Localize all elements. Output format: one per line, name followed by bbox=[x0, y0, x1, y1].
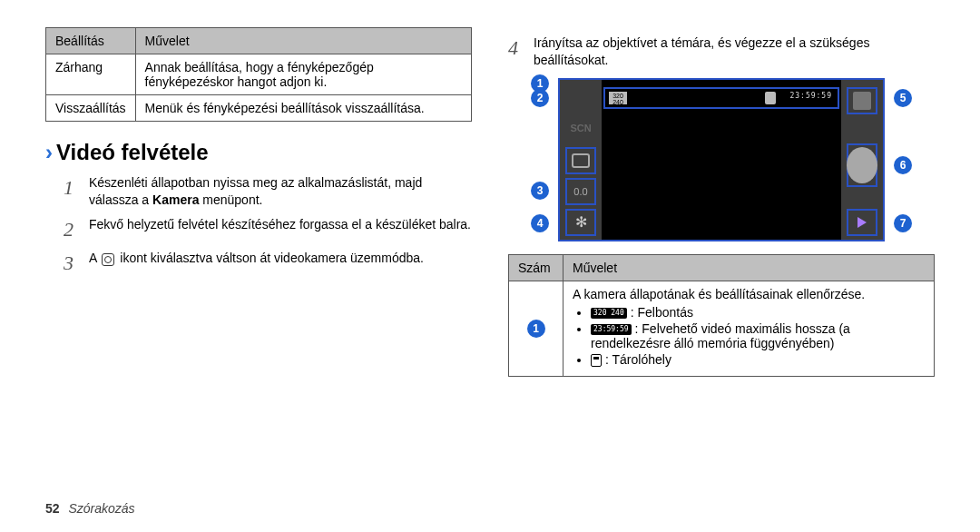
camera-switch-icon bbox=[102, 253, 114, 266]
settings-table: Beállítás Művelet Zárhang Annak beállítá… bbox=[45, 27, 472, 122]
storage-icon bbox=[765, 92, 776, 104]
table-row: Zárhang Annak beállítása, hogy a fénykép… bbox=[46, 54, 472, 95]
step-number: 1 bbox=[64, 174, 80, 209]
step-1: 1 Készenléti állapotban nyissa meg az al… bbox=[64, 174, 472, 209]
step-body: Fekvő helyzetű felvétel készítéséhez for… bbox=[89, 216, 472, 243]
resolution-icon: 320 240 bbox=[591, 308, 627, 319]
step-body: Készenléti állapotban nyissa meg az alka… bbox=[89, 174, 472, 209]
callout-bubble-2: 2 bbox=[531, 89, 549, 107]
section-heading: ›Videó felvétele bbox=[45, 140, 472, 165]
callout-bubble-6: 6 bbox=[894, 156, 912, 174]
step-body: Irányítsa az objektívet a témára, és vég… bbox=[534, 34, 935, 69]
step-body: A ikont kiválasztva váltson át videokame… bbox=[89, 250, 472, 277]
page-footer: 52 Szórakozás bbox=[45, 501, 135, 516]
callout-bubble-4: 4 bbox=[531, 214, 549, 232]
features-table: Szám Művelet 1 A kamera állapotának és b… bbox=[508, 254, 935, 377]
step-4: 4 Irányítsa az objektívet a témára, és v… bbox=[508, 34, 935, 69]
features-header-num: Szám bbox=[509, 254, 564, 281]
callout-bubble-3: 3 bbox=[531, 182, 549, 200]
setting-action: Menük és fényképezési beállítások vissza… bbox=[135, 95, 471, 122]
step-2: 2 Fekvő helyzetű felvétel készítéséhez f… bbox=[64, 216, 472, 243]
camcorder-preview: SCN 0.0 320 240 23:59:59 1 bbox=[558, 78, 885, 241]
step-number: 2 bbox=[64, 216, 80, 243]
settings-header-action: Művelet bbox=[135, 28, 471, 54]
feature-bullet: : Tárolóhely bbox=[591, 352, 925, 367]
step-3: 3 A ikont kiválasztva váltson át videoka… bbox=[64, 250, 472, 277]
section-name: Szórakozás bbox=[68, 501, 134, 516]
timer-icon: 23:59:59 bbox=[591, 324, 632, 335]
table-row: Visszaállítás Menük és fényképezési beál… bbox=[46, 95, 472, 122]
setting-name: Visszaállítás bbox=[46, 95, 136, 122]
callout-bubble-ref-1: 1 bbox=[527, 320, 545, 338]
status-band: 320 240 23:59:59 bbox=[603, 87, 839, 109]
playback-button[interactable] bbox=[847, 209, 877, 236]
feature-intro-text: A kamera állapotának és beállításainak e… bbox=[573, 287, 925, 301]
setting-action: Annak beállítása, hogy a fényképezőgép f… bbox=[135, 54, 471, 95]
settings-gear-button[interactable] bbox=[565, 209, 596, 236]
features-header-action: Művelet bbox=[564, 254, 935, 281]
feature-bullet: 320 240: Felbontás bbox=[591, 305, 925, 320]
chevron-icon: › bbox=[45, 140, 53, 164]
step-number: 4 bbox=[508, 34, 524, 69]
feature-row-number: 1 bbox=[509, 281, 564, 376]
feature-bullet: 23:59:59: Felvehető videó maximális hoss… bbox=[591, 321, 925, 350]
switch-camera-button[interactable] bbox=[565, 147, 596, 174]
feature-row-desc: A kamera állapotának és beállításainak e… bbox=[564, 281, 935, 376]
table-row: 1 A kamera állapotának és beállításainak… bbox=[509, 281, 935, 376]
settings-header-setting: Beállítás bbox=[46, 28, 136, 54]
gallery-thumbnail-button[interactable] bbox=[847, 87, 877, 114]
exposure-value-button[interactable]: 0.0 bbox=[565, 178, 596, 205]
page-number: 52 bbox=[45, 501, 60, 516]
resolution-icon: 320 240 bbox=[609, 92, 627, 104]
storage-icon bbox=[591, 354, 602, 367]
setting-name: Zárhang bbox=[46, 54, 136, 95]
scene-mode-label: SCN bbox=[565, 114, 596, 142]
callout-bubble-7: 7 bbox=[894, 214, 912, 232]
record-time-remaining: 23:59:59 bbox=[789, 92, 832, 100]
record-button[interactable] bbox=[847, 147, 877, 183]
callout-bubble-5: 5 bbox=[894, 89, 912, 107]
step-number: 3 bbox=[64, 250, 80, 277]
